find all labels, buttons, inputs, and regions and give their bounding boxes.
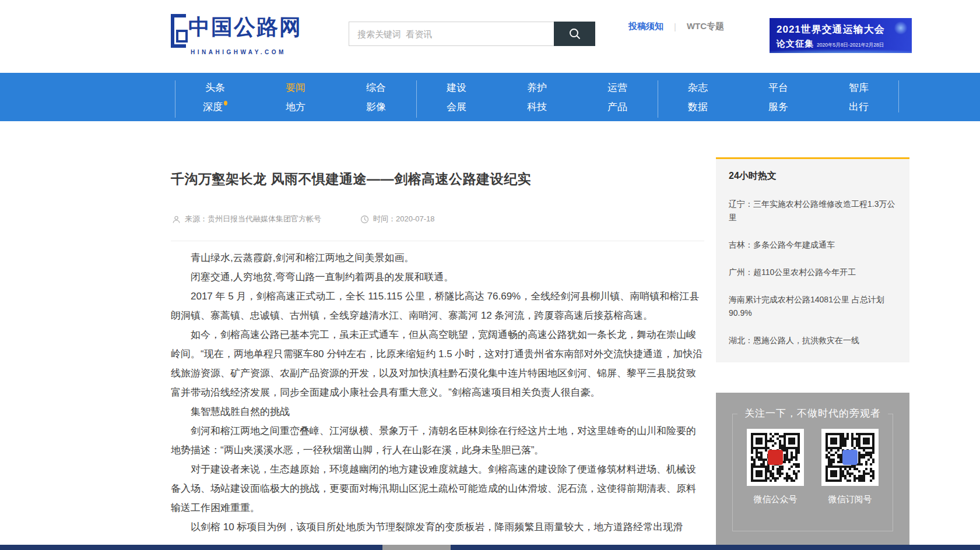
wtc-banner-ad[interactable]: 2021世界交通运输大会 论文征集 2020年5月8日-2021年2月28日 bbox=[770, 18, 912, 53]
hot-article-link[interactable]: 海南累计完成农村公路14081公里 占总计划90.9% bbox=[729, 293, 897, 320]
nav-item-operation[interactable]: 运营 bbox=[577, 78, 658, 97]
footer-gray-segment bbox=[382, 545, 451, 550]
article-source: 来源：贵州日报当代融媒体集团官方帐号 bbox=[172, 214, 321, 224]
new-dot-icon bbox=[224, 101, 227, 105]
hot-articles-box: 24小时热文 辽宁：三年实施农村公路维修改造工程1.3万公里 吉林：多条公路今年… bbox=[716, 157, 909, 362]
banner-date: 2020年5月8日-2021年2月28日 bbox=[817, 42, 884, 49]
nav-item-local[interactable]: 地方 bbox=[255, 97, 336, 117]
logo-domain-text: HINAHIGHWAY.COM bbox=[191, 49, 346, 55]
person-icon bbox=[172, 215, 181, 224]
search-bar bbox=[349, 22, 595, 46]
paragraph-subheading: 集智慧战胜自然的挑战 bbox=[171, 402, 704, 421]
nav-item-exhibition[interactable]: 会展 bbox=[416, 97, 497, 117]
page: 中国公路网 HINAHIGHWAY.COM 投稿须知 | WTC专题 2021世… bbox=[0, 0, 980, 550]
qr-label: 微信公众号 bbox=[747, 494, 804, 505]
link-submission-notice[interactable]: 投稿须知 bbox=[628, 21, 663, 32]
nav-item-data[interactable]: 数据 bbox=[658, 97, 738, 117]
logo-bracket-icon bbox=[171, 14, 186, 48]
paragraph: 2017 年 5 月，剑榕高速正式动工，全长 115.115 公里，桥隧比高达 … bbox=[171, 287, 704, 325]
article-title: 千沟万壑架长龙 风雨不惧建通途——剑榕高速公路建设纪实 bbox=[171, 170, 704, 188]
hot-article-link[interactable]: 广州：超110公里农村公路今年开工 bbox=[729, 266, 897, 279]
article-source-text: 来源：贵州日报当代融媒体集团官方帐号 bbox=[185, 214, 321, 224]
nav-item-images[interactable]: 影像 bbox=[336, 97, 416, 117]
main-nav: 头条 深度 要闻 地方 综合 影像 建设 会展 养护 bbox=[0, 73, 980, 121]
hot-articles-list: 辽宁：三年实施农村公路维修改造工程1.3万公里 吉林：多条公路今年建成通车 广州… bbox=[729, 198, 897, 347]
nav-item-products[interactable]: 产品 bbox=[577, 97, 658, 117]
article-meta: 来源：贵州日报当代融媒体集团官方帐号 时间：2020-07-18 bbox=[171, 214, 704, 225]
paragraph: 青山绿水,云蒸霞蔚,剑河和榕江两地之间美景如画。 bbox=[171, 248, 704, 267]
paragraph: 闭塞交通,人穷地贫,弯弯山路一直制约着两县的发展和联通。 bbox=[171, 267, 704, 287]
nav-item-travel[interactable]: 出行 bbox=[819, 97, 899, 117]
paragraph: 如今，剑榕高速公路已基本完工，虽未正式通车，但从高空眺望，宽阔通畅的高速公路犹如… bbox=[171, 325, 704, 402]
nav-item-platform[interactable]: 平台 bbox=[738, 78, 819, 97]
banner-subtitle: 论文征集 bbox=[777, 38, 814, 50]
paragraph: 以剑榕 10 标项目为例，该项目所处地质为节理裂隙发育的变质板岩，降雨频繁且雨量… bbox=[171, 517, 704, 537]
wechat-follow-box: 关注一下，不做时代的旁观者 微信公众号 微信订阅号 bbox=[716, 393, 909, 545]
sidebar: 24小时热文 辽宁：三年实施农村公路维修改造工程1.3万公里 吉林：多条公路今年… bbox=[716, 157, 909, 545]
nav-item-comprehensive[interactable]: 综合 bbox=[336, 78, 416, 97]
logo-text: 中国公路网 bbox=[188, 14, 302, 41]
nav-item-key-news[interactable]: 要闻 bbox=[255, 78, 336, 97]
search-input[interactable] bbox=[349, 22, 554, 46]
hot-article-link[interactable]: 湖北：恩施公路人，抗洪救灾在一线 bbox=[729, 334, 897, 347]
wechat-subscription-qr-code bbox=[821, 429, 879, 486]
nav-item-magazine[interactable]: 杂志 bbox=[658, 78, 738, 97]
link-separator: | bbox=[674, 22, 676, 31]
hot-article-link[interactable]: 吉林：多条公路今年建成通车 bbox=[729, 238, 897, 252]
search-button[interactable] bbox=[554, 22, 595, 46]
search-icon bbox=[568, 27, 581, 40]
nav-item-technology[interactable]: 科技 bbox=[497, 97, 577, 117]
nav-item-think-tank[interactable]: 智库 bbox=[819, 78, 899, 97]
article-time-text: 时间：2020-07-18 bbox=[373, 214, 435, 224]
qr-item-official-account: 微信公众号 bbox=[747, 429, 804, 505]
link-wtc-topic[interactable]: WTC专题 bbox=[687, 21, 724, 32]
hot-articles-title: 24小时热文 bbox=[729, 170, 897, 182]
clock-icon bbox=[360, 215, 369, 224]
meta-divider bbox=[171, 241, 704, 241]
article-body: 青山绿水,云蒸霞蔚,剑河和榕江两地之间美景如画。 闭塞交通,人穷地贫,弯弯山路一… bbox=[171, 248, 704, 537]
article: 千沟万壑架长龙 风雨不惧建通途——剑榕高速公路建设纪实 来源：贵州日报当代融媒体… bbox=[171, 121, 704, 537]
nav-group-2: 建设 会展 养护 科技 运营 产品 bbox=[416, 78, 658, 121]
qr-label: 微信订阅号 bbox=[821, 494, 879, 505]
paragraph: 对于建设者来说，生态越原始，环境越幽闭的地方建设难度就越大。剑榕高速的建设除了便… bbox=[171, 460, 704, 517]
site-logo[interactable]: 中国公路网 HINAHIGHWAY.COM bbox=[171, 14, 346, 55]
nav-group-1: 头条 深度 要闻 地方 综合 影像 bbox=[175, 78, 416, 121]
nav-item-construction[interactable]: 建设 bbox=[416, 78, 497, 97]
banner-title: 2021世界交通运输大会 bbox=[777, 23, 912, 36]
follow-title: 关注一下，不做时代的旁观者 bbox=[737, 407, 888, 421]
wechat-official-qr-code bbox=[747, 429, 804, 486]
nav-item-headlines[interactable]: 头条 bbox=[175, 78, 255, 97]
nav-item-maintenance[interactable]: 养护 bbox=[497, 78, 577, 97]
hot-article-link[interactable]: 辽宁：三年实施农村公路维修改造工程1.3万公里 bbox=[729, 198, 897, 224]
header-links: 投稿须知 | WTC专题 bbox=[628, 21, 724, 32]
site-header: 中国公路网 HINAHIGHWAY.COM 投稿须知 | WTC专题 2021世… bbox=[0, 0, 980, 73]
qr-item-subscription-account: 微信订阅号 bbox=[821, 429, 879, 505]
paragraph: 剑河和榕江两地之间重峦叠嶂、江河纵横、景象万千，清朝名臣林则徐在行经这片土地，对… bbox=[171, 421, 704, 460]
nav-item-services[interactable]: 服务 bbox=[738, 97, 819, 117]
article-time: 时间：2020-07-18 bbox=[360, 214, 435, 224]
content-area: 千沟万壑架长龙 风雨不惧建通途——剑榕高速公路建设纪实 来源：贵州日报当代融媒体… bbox=[0, 121, 980, 545]
nav-item-depth[interactable]: 深度 bbox=[175, 97, 255, 117]
nav-group-3: 杂志 数据 平台 服务 智库 出行 bbox=[658, 78, 899, 121]
footer-bar bbox=[0, 545, 980, 550]
